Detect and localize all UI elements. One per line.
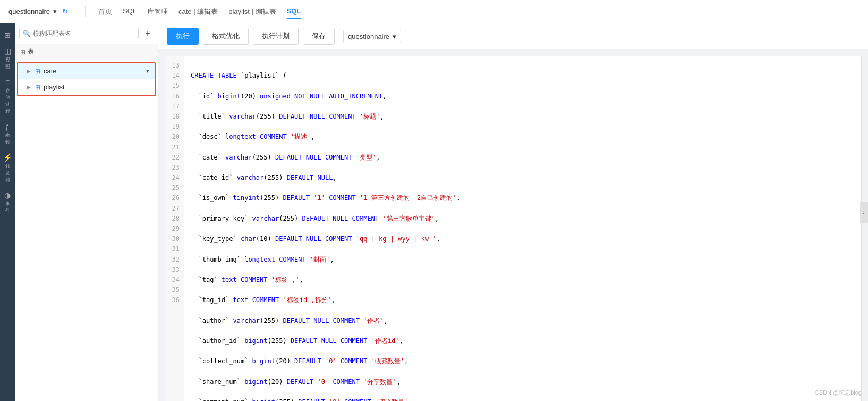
- code-line-23: `tag` text COMMENT '标签 ,',: [191, 275, 855, 285]
- db-select-arrow: ▾: [393, 32, 396, 40]
- code-line-26: `author_id` bigint(255) DEFAULT NULL COM…: [191, 336, 855, 346]
- code-line-27: `collect_num` bigint(20) DEFAULT '0' COM…: [191, 356, 855, 366]
- search-box[interactable]: 🔍: [19, 28, 139, 39]
- code-line-16: `desc` longtext COMMENT '描述',: [191, 132, 855, 142]
- code-line-22: `thumb_img` longtext COMMENT '封面',: [191, 255, 855, 265]
- table-section-header: ⊞ 表: [15, 44, 158, 60]
- nav-playlist-edit[interactable]: playlist | 编辑表: [228, 5, 276, 19]
- proc-label: 存储过程: [5, 87, 10, 115]
- func-icon: ƒ: [5, 122, 10, 131]
- db-dropdown-icon[interactable]: ▾: [53, 7, 57, 15]
- expand-arrow-cate: ▶: [27, 68, 31, 74]
- save-button[interactable]: 保存: [303, 28, 335, 45]
- code-line-25: `author` varchar(255) DEFAULT NULL COMME…: [191, 316, 855, 326]
- code-line-19: `is_own` tinyint(255) DEFAULT '1' COMMEN…: [191, 193, 855, 203]
- code-editor[interactable]: 13 14 15 16 17 18 19 20 21 22 23 24 25 2…: [165, 56, 862, 401]
- table-name-playlist: playlist: [44, 83, 149, 91]
- table-item-playlist[interactable]: ▶ ⊞ playlist: [18, 79, 155, 95]
- code-line-14: `id` bigint(20) unsigned NOT NULL AUTO_I…: [191, 91, 855, 102]
- watermark: CSDN @忆忘blog: [815, 389, 862, 397]
- code-line-24: `tag_id` text COMMENT '标签id ,拆分',: [191, 295, 855, 305]
- nav-sql[interactable]: SQL: [123, 5, 137, 19]
- section-table-icon: ⊞: [20, 48, 25, 56]
- left-panel: 🔍 + ⊞ 表 ▶ ⊞ cate 操作 ▾ ▶ ⊞ pla: [15, 23, 158, 401]
- code-line-13: CREATE TABLE `playlist` (: [191, 71, 855, 81]
- right-content: 执行 格式优化 执行计划 保存 questionnaire ▾ 13 14 15…: [158, 23, 868, 401]
- table-icon-cate: ⊞: [35, 68, 40, 75]
- nav-divider: [85, 6, 86, 17]
- table-list: ▶ ⊞ cate 操作 ▾ ▶ ⊞ playlist: [15, 60, 158, 401]
- add-table-button[interactable]: +: [142, 28, 154, 39]
- sidebar-icon-table[interactable]: ⊞: [0, 28, 15, 43]
- search-input[interactable]: [33, 30, 135, 37]
- main-layout: ⊞ ◫ 视图 ≡ 存储过程 ƒ 函数 ⚡ 触发器 ◑ 事件 🔍: [0, 23, 868, 401]
- plan-button[interactable]: 执行计划: [253, 28, 299, 45]
- code-line-21: `key_type` char(10) DEFAULT NULL COMMENT…: [191, 234, 855, 244]
- sidebar-icon-proc[interactable]: ≡ 存储过程: [0, 74, 15, 118]
- event-label: 事件: [5, 200, 10, 214]
- db-refresh-icon[interactable]: ↻: [62, 7, 68, 15]
- func-label: 函数: [5, 132, 10, 146]
- execute-button[interactable]: 执行: [167, 28, 199, 45]
- table-item-cate[interactable]: ▶ ⊞ cate 操作 ▾: [18, 63, 155, 79]
- trigger-icon: ⚡: [3, 153, 12, 162]
- nav-sql-active[interactable]: SQL: [287, 5, 301, 19]
- nav-links: 首页 SQL 库管理 cate | 编辑表 playlist | 编辑表 SQL: [98, 5, 301, 19]
- table-list-box: ▶ ⊞ cate 操作 ▾ ▶ ⊞ playlist: [17, 62, 156, 96]
- line-numbers: 13 14 15 16 17 18 19 20 21 22 23 24 25 2…: [165, 56, 184, 401]
- proc-icon: ≡: [5, 78, 10, 86]
- db-selector[interactable]: questionnaire ▾ ↻: [8, 7, 72, 15]
- trigger-label: 触发器: [5, 163, 10, 183]
- expand-arrow-playlist: ▶: [27, 84, 31, 90]
- code-line-29: `comment_num` bigint(255) DEFAULT '0' CO…: [191, 397, 855, 401]
- sidebar-icons: ⊞ ◫ 视图 ≡ 存储过程 ƒ 函数 ⚡ 触发器 ◑ 事件: [0, 23, 15, 401]
- table-icon-playlist: ⊞: [35, 83, 40, 91]
- code-editor-inner: 13 14 15 16 17 18 19 20 21 22 23 24 25 2…: [165, 56, 861, 401]
- code-line-15: `title` varchar(255) DEFAULT NULL COMMEN…: [191, 112, 855, 122]
- sidebar-icon-trigger[interactable]: ⚡ 触发器: [0, 150, 15, 187]
- nav-home[interactable]: 首页: [98, 5, 112, 19]
- code-line-18: `cate_id` varchar(255) DEFAULT NULL,: [191, 173, 855, 183]
- db-name-label: questionnaire: [8, 7, 50, 15]
- sidebar-icon-func[interactable]: ƒ 函数: [0, 119, 15, 149]
- sql-toolbar: 执行 格式优化 执行计划 保存 questionnaire ▾: [158, 23, 868, 49]
- sidebar-icon-view[interactable]: ◫ 视图: [0, 44, 15, 73]
- event-icon: ◑: [4, 191, 11, 199]
- table-icon: ⊞: [4, 31, 11, 39]
- collapse-arrow[interactable]: ›: [860, 202, 868, 223]
- nav-dbmanage[interactable]: 库管理: [147, 5, 168, 19]
- code-line-28: `share_num` bigint(20) DEFAULT '0' COMME…: [191, 377, 855, 387]
- search-icon: 🔍: [23, 30, 31, 37]
- action-dropdown-cate[interactable]: ▾: [146, 68, 149, 74]
- code-line-20: `primary_key` varchar(255) DEFAULT NULL …: [191, 214, 855, 224]
- section-table-label: 表: [28, 47, 34, 56]
- table-name-cate: cate: [44, 67, 143, 75]
- format-button[interactable]: 格式优化: [203, 28, 249, 45]
- db-select[interactable]: questionnaire ▾: [343, 30, 401, 43]
- db-select-value: questionnaire: [348, 32, 389, 40]
- code-lines[interactable]: CREATE TABLE `playlist` ( `id` bigint(20…: [184, 56, 861, 401]
- code-line-17: `cate` varchar(255) DEFAULT NULL COMMENT…: [191, 153, 855, 163]
- sidebar-icon-event[interactable]: ◑ 事件: [0, 188, 15, 218]
- top-nav: questionnaire ▾ ↻ 首页 SQL 库管理 cate | 编辑表 …: [0, 0, 868, 23]
- view-label: 视图: [5, 56, 10, 70]
- left-panel-header: 🔍 +: [15, 23, 158, 44]
- view-icon: ◫: [4, 47, 11, 55]
- nav-cate-edit[interactable]: cate | 编辑表: [178, 5, 218, 19]
